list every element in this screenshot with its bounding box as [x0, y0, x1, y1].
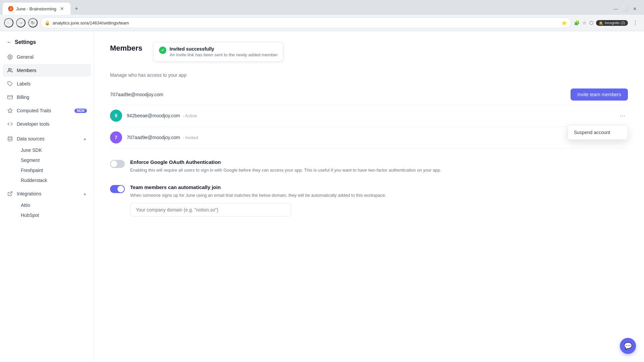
- app-layout: ← Settings General Members: [0, 31, 644, 362]
- tab-title: June - Brainstorming: [16, 6, 56, 11]
- auto-join-toggle-text: Team members can automatically join When…: [130, 184, 386, 217]
- svg-line-7: [10, 192, 12, 194]
- tab-close-button[interactable]: ✕: [59, 6, 65, 12]
- window-maximize-button[interactable]: ⬜: [621, 5, 629, 13]
- chat-fab-button[interactable]: 💬: [620, 338, 636, 354]
- sidebar-item-label: Labels: [17, 81, 87, 86]
- domain-input-wrapper: [130, 203, 386, 217]
- current-user-row: 707aad9e@moodjoy.com Invite team members: [110, 84, 628, 105]
- tab-favicon: J: [8, 6, 13, 11]
- oauth-toggle-text: Enforce Google OAuth Authentication Enab…: [130, 159, 441, 174]
- member-status-0: - Active: [181, 113, 197, 118]
- invite-team-members-button[interactable]: Invite team members: [571, 88, 628, 101]
- integrations-sub-items: Attio HubSpot: [3, 200, 91, 220]
- url-text: analytics.june.so/a/14634/settings/team: [53, 20, 559, 25]
- sidebar-sub-item-rudderstack[interactable]: Rudderstack: [17, 175, 91, 185]
- back-button[interactable]: ←: [4, 18, 13, 27]
- svg-rect-3: [8, 96, 13, 99]
- oauth-section: Enforce Google OAuth Authentication Enab…: [110, 159, 628, 174]
- auto-join-toggle[interactable]: [110, 185, 125, 193]
- sidebar-item-label: Billing: [17, 95, 87, 100]
- oauth-toggle[interactable]: [110, 160, 125, 168]
- address-bar[interactable]: 🔒 analytics.june.so/a/14634/settings/tea…: [40, 17, 571, 28]
- auto-join-toggle-row: Team members can automatically join When…: [110, 184, 628, 217]
- forward-button[interactable]: →: [16, 18, 25, 27]
- success-toast: ✓ Invited successfully An invite link ha…: [153, 42, 283, 62]
- oauth-section-description: Enabling this will require all users to …: [130, 167, 441, 174]
- database-icon: [7, 135, 13, 142]
- chevron-up-icon: ▲: [83, 191, 87, 196]
- member-email-0: 942beeae@moodjoy.com - Active: [127, 113, 612, 118]
- plug-icon: [7, 190, 13, 197]
- credit-card-icon: [7, 94, 13, 101]
- sidebar-item-labels[interactable]: Labels: [3, 77, 91, 90]
- sidebar-item-billing[interactable]: Billing: [3, 91, 91, 104]
- data-sources-sub-items: June SDK Segment Freshpaint Rudderstack: [3, 145, 91, 185]
- auto-join-section: Team members can automatically join When…: [110, 184, 628, 217]
- window-close-button[interactable]: ✕: [631, 5, 639, 13]
- svg-marker-5: [8, 108, 12, 113]
- sidebar-item-label: Computed Traits: [17, 108, 71, 113]
- sidebar-group-label: Data sources: [17, 136, 79, 141]
- tab-bar: J June - Brainstorming ✕ + — ⬜ ✕: [0, 0, 644, 15]
- sidebar-group-header-data-sources[interactable]: Data sources ▲: [3, 132, 91, 145]
- chrome-menu-button[interactable]: ⋮: [631, 18, 640, 27]
- oauth-section-title: Enforce Google OAuth Authentication: [130, 159, 441, 165]
- auto-join-section-title: Team members can automatically join: [130, 184, 386, 190]
- sidebar-item-label: General: [17, 54, 87, 60]
- main-content: Members ✓ Invited successfully An invite…: [94, 31, 644, 362]
- domain-input[interactable]: [130, 203, 291, 217]
- page-title: Members: [110, 44, 143, 53]
- toggle-knob: [111, 161, 117, 167]
- address-bar-icons: ⭐: [561, 20, 567, 25]
- sidebar-sub-item-freshpaint[interactable]: Freshpaint: [17, 165, 91, 175]
- back-arrow-icon: ←: [7, 39, 12, 45]
- chevron-up-icon: ▲: [83, 136, 87, 141]
- bookmark-button[interactable]: ☆: [582, 20, 587, 25]
- sidebar-group-data-sources: Data sources ▲ June SDK Segment Freshpai…: [3, 132, 91, 185]
- member-options-button-0[interactable]: ⋯: [617, 110, 628, 121]
- sidebar-item-developer-tools[interactable]: Developer tools: [3, 118, 91, 130]
- sidebar-group-label: Integrations: [17, 191, 79, 196]
- sidebar-group-header-integrations[interactable]: Integrations ▲: [3, 187, 91, 200]
- toast-text: Invited successfully An invite link has …: [170, 46, 278, 57]
- sidebar-sub-item-attio[interactable]: Attio: [17, 200, 91, 210]
- incognito-badge: 🕵 Incognito (2): [596, 20, 628, 26]
- sidebar-item-label: Members: [17, 68, 87, 73]
- current-user-email: 707aad9e@moodjoy.com: [110, 92, 163, 97]
- toast-title: Invited successfully: [170, 46, 278, 52]
- extensions-button[interactable]: 🧩: [574, 20, 580, 25]
- new-tab-button[interactable]: +: [72, 4, 81, 13]
- success-icon: ✓: [159, 47, 166, 54]
- member-dropdown-menu: Suspend account: [568, 125, 628, 140]
- toast-subtitle: An invite link has been sent to the newl…: [170, 52, 278, 57]
- sparkle-icon: [7, 107, 13, 114]
- profile-button[interactable]: ⬡: [589, 20, 593, 25]
- svg-point-0: [9, 56, 11, 58]
- dropdown-item-suspend[interactable]: Suspend account: [569, 127, 626, 138]
- window-minimize-button[interactable]: —: [612, 5, 620, 13]
- address-bar-row: ← → ↻ 🔒 analytics.june.so/a/14634/settin…: [0, 15, 644, 31]
- sidebar-item-members[interactable]: Members: [3, 64, 91, 77]
- sidebar-back-header[interactable]: ← Settings: [0, 37, 94, 51]
- member-row-0: 9 942beeae@moodjoy.com - Active ⋯ Suspen…: [110, 105, 628, 127]
- users-icon: [7, 67, 13, 74]
- sidebar-nav: General Members Labels: [0, 51, 94, 220]
- sidebar-item-label: Developer tools: [17, 121, 87, 127]
- member-row-1: 7 707aad9e@moodjoy.com - Invited: [110, 127, 628, 148]
- sidebar-item-computed-traits[interactable]: Computed Traits New: [3, 104, 91, 117]
- refresh-button[interactable]: ↻: [28, 18, 38, 27]
- sidebar-sub-item-segment[interactable]: Segment: [17, 155, 91, 165]
- tag-icon: [7, 80, 13, 87]
- new-badge: New: [74, 109, 87, 113]
- checkmark-icon: ✓: [161, 48, 164, 53]
- toggle-knob: [117, 186, 124, 192]
- sidebar-sub-item-hubspot[interactable]: HubSpot: [17, 210, 91, 220]
- member-avatar-1: 7: [110, 131, 122, 143]
- member-avatar-0: 9: [110, 110, 122, 122]
- sidebar-item-general[interactable]: General: [3, 51, 91, 63]
- code-icon: [7, 121, 13, 127]
- sidebar-sub-item-june-sdk[interactable]: June SDK: [17, 145, 91, 155]
- active-tab[interactable]: J June - Brainstorming ✕: [3, 3, 70, 15]
- auto-join-section-description: When someone signs up for June using an …: [130, 192, 386, 199]
